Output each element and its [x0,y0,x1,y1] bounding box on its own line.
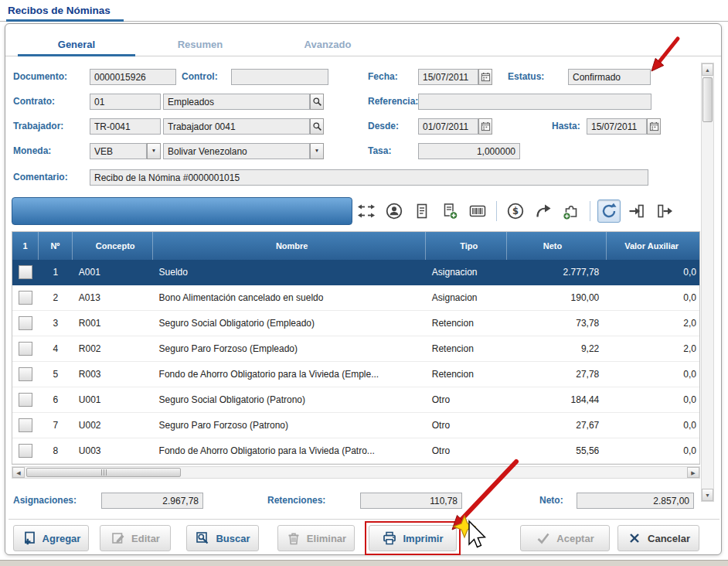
component-add-icon[interactable] [560,199,583,223]
fecha-input[interactable] [418,69,478,85]
row-selector-cell[interactable] [12,362,39,387]
header-valor-auxiliar[interactable]: Valor Auxiliar [607,232,699,260]
person-icon[interactable] [383,199,406,223]
row-checkbox[interactable] [19,265,32,279]
grid-header: 1 Nº Concepto Nombre Tipo Neto Valor Aux… [12,232,699,260]
retenciones-total-input [360,493,462,509]
cell-concepto: R001 [73,311,153,336]
currency-icon[interactable]: $ [504,199,527,223]
document-add-icon[interactable] [438,199,461,223]
row-selector-cell[interactable] [12,311,39,336]
row-selector-cell[interactable] [12,260,39,285]
panel-vertical-scrollbar[interactable]: ▲ ▼ [701,63,714,502]
table-row[interactable]: 1 A001 Sueldo Asignacion 2.777,78 0,0 [12,260,699,285]
export-icon[interactable] [653,199,676,223]
cell-numero: 6 [39,387,73,412]
cancelar-button[interactable]: Cancelar [617,525,699,551]
scroll-right-button[interactable]: ▶ [687,467,699,478]
scroll-up-button[interactable]: ▲ [702,63,713,76]
documento-input[interactable] [90,69,176,85]
header-nombre[interactable]: Nombre [153,232,426,260]
moneda-name-dropdown-button[interactable]: ▼ [310,143,324,159]
cell-tipo: Otro [426,387,507,412]
tab-avanzado[interactable]: Avanzado [262,32,393,56]
document-icon[interactable] [410,199,434,223]
desde-input[interactable] [418,118,478,135]
estatus-label: Estatus: [508,69,544,85]
forward-arrow-icon[interactable] [532,199,555,223]
cell-valor-auxiliar: 0,0 [607,362,699,387]
table-row[interactable]: 4 R002 Seguro Paro Forzoso (Empleado) Re… [12,336,699,362]
table-row[interactable]: 7 U002 Seguro Paro Forzoso (Patrono) Otr… [12,413,699,438]
trabajador-name-input[interactable] [163,118,310,135]
control-input[interactable] [231,69,328,85]
contrato-code-input[interactable] [90,94,161,110]
table-row[interactable]: 3 R001 Seguro Social Obligatorio (Emplea… [12,311,699,336]
row-selector-cell[interactable] [12,285,39,310]
hasta-input[interactable] [587,118,647,135]
row-selector-cell[interactable] [12,336,39,361]
grid-toolbar: $ [355,198,676,224]
header-check[interactable]: 1 [12,232,39,260]
toolbar-separator [590,201,590,221]
asignaciones-total-input [101,493,203,509]
comentario-input[interactable] [90,169,648,186]
row-checkbox[interactable] [19,367,32,381]
row-selector-cell[interactable] [12,413,39,438]
row-checkbox[interactable] [19,418,32,432]
buscar-label: Buscar [216,533,250,544]
table-row[interactable]: 5 R003 Fondo de Ahorro Obligatorio para … [12,362,699,387]
contrato-name-input[interactable] [163,94,310,110]
resize-columns-icon[interactable] [355,199,378,223]
table-row[interactable]: 6 U001 Seguro Social Obligatorio (Patron… [12,387,699,413]
cell-neto: 2.777,78 [507,260,607,285]
refresh-icon[interactable] [597,199,621,223]
hasta-label: Hasta: [552,118,580,135]
header-neto[interactable]: Neto [507,232,607,260]
cell-nombre: Seguro Social Obligatorio (Patrono) [153,387,426,412]
header-numero[interactable]: Nº [39,232,73,260]
aceptar-button[interactable]: Aceptar [520,525,610,551]
estatus-input[interactable] [568,69,651,85]
horizontal-scroll-thumb[interactable] [26,468,181,477]
trabajador-lookup-button[interactable] [310,118,324,135]
trabajador-code-input[interactable] [90,118,161,135]
table-row[interactable]: 8 U003 Fondo de Ahorro Obligatorio para … [12,438,699,464]
moneda-code-select[interactable] [90,143,147,159]
moneda-code-dropdown-button[interactable]: ▼ [147,143,161,159]
hasta-calendar-button[interactable] [647,118,661,135]
grid-horizontal-scrollbar[interactable]: ◀ ▶ [12,466,700,479]
desde-calendar-button[interactable] [478,118,492,135]
vertical-scroll-thumb[interactable] [702,77,713,122]
tab-general[interactable]: General [15,32,138,56]
referencia-input[interactable] [418,94,651,110]
tab-resumen[interactable]: Resumen [138,32,262,56]
imprimir-button[interactable]: Imprimir [369,525,457,551]
referencia-label: Referencia: [368,94,418,110]
tasa-input[interactable] [418,143,520,159]
agregar-button[interactable]: Agregar [13,525,89,551]
barcode-icon[interactable] [466,199,489,223]
row-checkbox[interactable] [19,342,32,356]
header-tipo[interactable]: Tipo [426,232,507,260]
contrato-lookup-button[interactable] [310,94,324,110]
table-row[interactable]: 2 A013 Bono Alimentación cancelado en su… [12,285,699,311]
row-checkbox[interactable] [19,291,32,305]
eliminar-button[interactable]: Eliminar [277,525,355,551]
scroll-down-button[interactable]: ▼ [702,489,713,501]
scroll-up-icon: ▲ [705,67,710,73]
cell-nombre: Seguro Paro Forzoso (Patrono) [153,413,426,438]
row-checkbox[interactable] [19,316,32,330]
row-selector-cell[interactable] [12,438,39,463]
fecha-calendar-button[interactable] [478,69,492,85]
row-checkbox[interactable] [19,393,32,407]
header-concepto[interactable]: Concepto [73,232,153,260]
row-selector-cell[interactable] [12,387,39,412]
buscar-button[interactable]: Buscar [186,525,259,551]
import-icon[interactable] [625,199,648,223]
scroll-left-button[interactable]: ◀ [12,467,25,478]
moneda-name-select[interactable] [163,143,310,159]
row-checkbox[interactable] [19,444,32,458]
editar-label: Editar [131,533,160,544]
editar-button[interactable]: Editar [100,525,171,551]
